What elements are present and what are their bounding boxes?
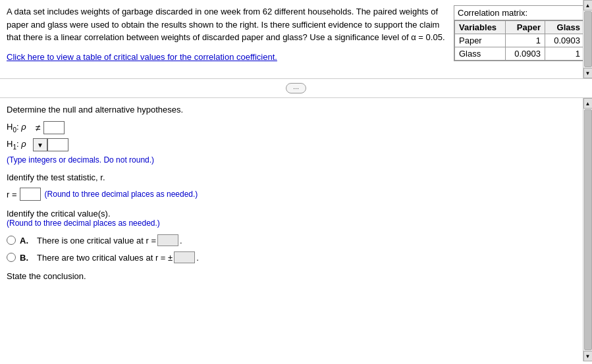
h0-input[interactable]	[43, 121, 65, 134]
row-glass-paper: 0.0903	[506, 47, 545, 61]
type-hint: (Type integers or decimals. Do not round…	[7, 155, 574, 165]
state-conclusion-label: State the conclusion.	[7, 271, 574, 281]
option-a-input[interactable]	[157, 234, 178, 246]
top-scrollbar: ▲ ▼	[583, 0, 592, 78]
bottom-scrollbar: ▲ ▼	[583, 98, 592, 361]
identify-critical-label: Identify the critical value(s).	[7, 209, 574, 219]
bottom-scroll-thumb[interactable]	[584, 109, 592, 350]
row-glass-label: Glass	[455, 47, 506, 61]
matrix-table: Variables Paper Glass Paper 1 0.0903 Gla…	[454, 20, 585, 61]
col-header-paper: Paper	[506, 21, 545, 34]
top-text-area: A data set includes weights of garbage d…	[7, 5, 454, 73]
row-paper-label: Paper	[455, 34, 506, 47]
h1-input[interactable]	[47, 138, 68, 151]
option-b-row: B. There are two critical values at r = …	[7, 251, 574, 263]
bottom-section: Determine the null and alternative hypot…	[0, 98, 592, 361]
top-section: A data set includes weights of garbage d…	[0, 0, 592, 79]
divider-row: ···	[0, 79, 592, 98]
h0-label: H0: ρ	[7, 122, 33, 134]
bottom-scroll-down[interactable]: ▼	[583, 351, 593, 361]
option-b-label: B.	[20, 253, 33, 263]
main-paragraph: A data set includes weights of garbage d…	[7, 5, 447, 44]
option-a-text: There is one critical value at r =	[37, 236, 156, 246]
identify-stat-label: Identify the test statistic, r.	[7, 172, 574, 182]
critical-values-link[interactable]: Click here to view a table of critical v…	[7, 51, 447, 64]
determine-hypotheses-label: Determine the null and alternative hypot…	[7, 105, 574, 115]
correlation-matrix-container: Correlation matrix: Variables Paper Glas…	[454, 5, 585, 73]
option-a-radio[interactable]	[7, 236, 16, 245]
h1-label: H1: ρ	[7, 139, 33, 151]
col-header-glass: Glass	[545, 21, 585, 34]
option-b-period: .	[196, 253, 199, 263]
option-b-text1: There are two critical values at r = ±	[37, 253, 173, 263]
expand-button[interactable]: ···	[286, 83, 306, 93]
table-row: Glass 0.0903 1	[455, 47, 585, 61]
correlation-matrix: Correlation matrix: Variables Paper Glas…	[454, 5, 585, 61]
scroll-thumb-top[interactable]	[584, 11, 592, 67]
h0-symbol: ≠	[36, 122, 41, 133]
h0-row: H0: ρ ≠	[7, 121, 574, 134]
scroll-up-arrow[interactable]: ▲	[583, 0, 593, 11]
row-glass-glass: 1	[545, 47, 585, 61]
bottom-content: Determine the null and alternative hypot…	[7, 105, 585, 355]
scroll-down-arrow[interactable]: ▼	[583, 68, 593, 78]
option-a-row: A. There is one critical value at r = .	[7, 234, 574, 246]
option-a-label: A.	[20, 236, 33, 246]
option-a-period: .	[180, 236, 182, 246]
critical-hint: (Round to three decimal places as needed…	[7, 219, 574, 228]
r-row: r = (Round to three decimal places as ne…	[7, 188, 574, 201]
row-paper-paper: 1	[506, 34, 545, 47]
h1-row: H1: ρ ▼	[7, 138, 574, 151]
option-b-radio[interactable]	[7, 253, 16, 262]
table-row: Paper 1 0.0903	[455, 34, 585, 47]
option-b-input[interactable]	[174, 251, 195, 263]
r-test-statistic-input[interactable]	[20, 188, 41, 201]
col-header-variables: Variables	[455, 21, 506, 34]
r-equals-label: r =	[7, 190, 17, 199]
row-paper-glass: 0.0903	[545, 34, 585, 47]
matrix-title: Correlation matrix:	[454, 6, 585, 20]
r-round-hint: (Round to three decimal places as needed…	[45, 190, 198, 199]
bottom-scroll-up[interactable]: ▲	[583, 98, 593, 109]
critical-section: Identify the critical value(s). (Round t…	[7, 209, 574, 263]
h1-dropdown-button[interactable]: ▼	[33, 138, 47, 151]
